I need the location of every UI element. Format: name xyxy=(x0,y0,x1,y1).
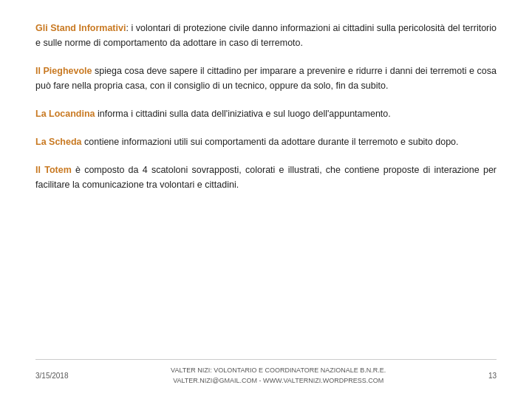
highlight-stand-informativi: Gli Stand Informativi xyxy=(35,23,126,33)
paragraph-4-text: contiene informazioni utili sui comporta… xyxy=(82,137,459,147)
footer-line2: VALTER.NIZI@GMAIL.COM - WWW.VALTERNIZI.W… xyxy=(171,376,386,386)
paragraph-2-text: spiega cosa deve sapere il cittadino per… xyxy=(35,66,497,91)
highlight-totem: Il Totem xyxy=(35,165,72,175)
footer-page-number: 13 xyxy=(488,372,497,380)
paragraph-2: Il Pieghevole spiega cosa deve sapere il… xyxy=(35,64,497,93)
highlight-scheda: La Scheda xyxy=(35,137,82,147)
paragraph-3-text: informa i cittadini sulla data dell'iniz… xyxy=(95,109,391,119)
footer-line1: VALTER NIZI: VOLONTARIO E COORDINATORE N… xyxy=(171,366,386,376)
paragraph-5-text: è composto da 4 scatoloni sovrapposti, c… xyxy=(35,165,497,190)
page: Gli Stand Informativi: i volontari di pr… xyxy=(0,0,532,399)
paragraph-1: Gli Stand Informativi: i volontari di pr… xyxy=(35,21,497,50)
content-area: Gli Stand Informativi: i volontari di pr… xyxy=(35,21,497,359)
footer-center: VALTER NIZI: VOLONTARIO E COORDINATORE N… xyxy=(171,366,386,386)
paragraph-5: Il Totem è composto da 4 scatoloni sovra… xyxy=(35,163,497,192)
highlight-pieghevole: Il Pieghevole xyxy=(35,66,92,76)
footer-date: 3/15/2018 xyxy=(35,372,69,380)
footer: 3/15/2018 VALTER NIZI: VOLONTARIO E COOR… xyxy=(35,359,497,386)
paragraph-4: La Scheda contiene informazioni utili su… xyxy=(35,134,497,149)
paragraph-3: La Locandina informa i cittadini sulla d… xyxy=(35,106,497,121)
highlight-locandina: La Locandina xyxy=(35,109,95,119)
